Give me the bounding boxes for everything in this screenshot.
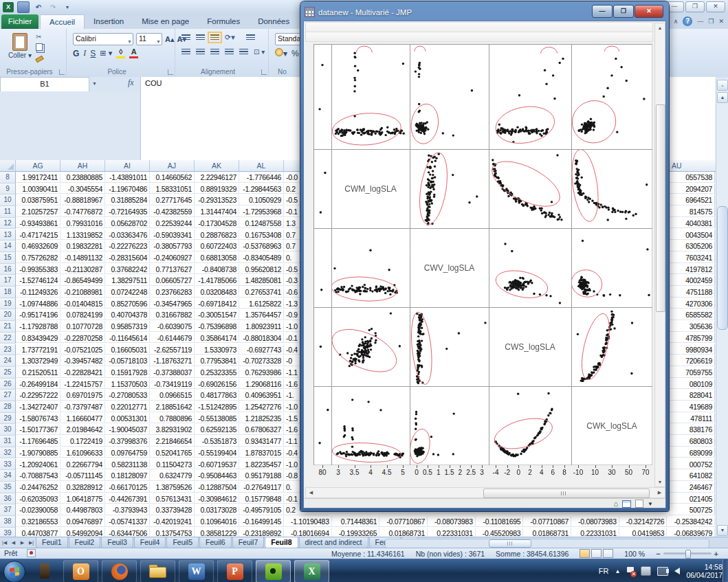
cell[interactable]: -1.41785066: [195, 275, 239, 286]
taskbar-button-excel[interactable]: X: [294, 560, 329, 582]
cell[interactable]: -0.6039075: [150, 321, 195, 332]
cell[interactable]: 0.1722419: [60, 436, 105, 447]
cell[interactable]: 0.12487558: [239, 218, 284, 229]
cell-partial[interactable]: 828041: [669, 390, 715, 401]
cell[interactable]: -0.73797487: [60, 401, 105, 412]
cell[interactable]: -0.49579105: [239, 504, 284, 515]
cell[interactable]: 1.16660477: [60, 413, 105, 424]
sheet-tab-direct-and-indirect[interactable]: direct and indirect: [299, 537, 368, 548]
cell[interactable]: -2.62557119: [150, 344, 195, 355]
hidden-icons-icon[interactable]: ▲: [615, 568, 621, 574]
row-header-38[interactable]: 38: [0, 516, 16, 528]
cell[interactable]: -0.27080533: [105, 390, 150, 401]
cell[interactable]: 0.05628702: [105, 218, 150, 229]
cell[interactable]: 0.11504273: [150, 459, 195, 470]
cell[interactable]: 0.60722403: [195, 240, 239, 251]
column-header-AU[interactable]: AU: [669, 160, 718, 172]
cell[interactable]: -1.22415757: [60, 379, 105, 390]
cell[interactable]: 0.83439429: [16, 333, 60, 344]
cell[interactable]: -0.95174196: [16, 309, 60, 320]
cell[interactable]: 1.6125822: [239, 298, 284, 309]
cell[interactable]: -0.32142726: [619, 516, 668, 527]
cell[interactable]: -1.09744886: [16, 298, 60, 309]
cell[interactable]: 0.58231138: [105, 459, 150, 470]
cell[interactable]: -0.17304528: [195, 218, 239, 229]
row-header-19[interactable]: 19: [0, 298, 16, 310]
pinned-app-icon[interactable]: [40, 563, 49, 579]
cell[interactable]: -0.25384242: [667, 516, 715, 527]
cell[interactable]: 2.22946127: [195, 172, 239, 183]
cell-partial[interactable]: 7206619: [669, 355, 715, 366]
excel-vertical-scrollbar[interactable]: ⌄ ▲ ▼: [716, 78, 728, 537]
cell[interactable]: 2.18851642: [150, 401, 195, 412]
cell-partial[interactable]: 080109: [669, 379, 715, 390]
workbook-close-icon[interactable]: ✕: [718, 18, 724, 25]
jmp-scroll-left-icon[interactable]: ◀: [306, 489, 316, 497]
wrap-text-icon[interactable]: [246, 34, 255, 41]
row-header-16[interactable]: 16: [0, 264, 16, 276]
cell[interactable]: 3.82931902: [150, 424, 195, 435]
cell[interactable]: 2.10257257: [16, 206, 60, 217]
grow-font-icon[interactable]: A▴: [165, 35, 174, 44]
cell[interactable]: -0.66170125: [105, 482, 150, 493]
cell[interactable]: -0.83405489: [239, 252, 284, 263]
row-header-23[interactable]: 23: [0, 344, 16, 356]
cell[interactable]: 2.21846654: [150, 436, 195, 447]
cell-partial[interactable]: 7059755: [669, 367, 715, 378]
row-header-22[interactable]: 22: [0, 333, 16, 344]
excel-restore-button[interactable]: ❐: [685, 1, 705, 12]
cell[interactable]: 0.32186553: [16, 516, 60, 527]
cell[interactable]: 0.31885284: [105, 194, 150, 205]
align-top-icon[interactable]: [181, 34, 190, 41]
column-header-AI[interactable]: AI: [105, 160, 150, 172]
row-header-18[interactable]: 18: [0, 287, 16, 298]
align-right-icon[interactable]: [210, 49, 219, 55]
sheet-tab-Feuil8[interactable]: Feuil8: [265, 537, 298, 548]
cell[interactable]: 0.18128097: [105, 470, 150, 481]
sheet-tab-Feuil4[interactable]: Feuil4: [134, 537, 166, 548]
font-size-select[interactable]: 11▼: [136, 33, 162, 45]
ribbon-tab-données[interactable]: Données: [249, 14, 298, 29]
align-bottom-icon[interactable]: [210, 34, 219, 41]
cell[interactable]: -0.05711145: [60, 470, 105, 481]
jmp-home-icon[interactable]: ⌂: [613, 500, 618, 508]
cell[interactable]: -0.42382559: [150, 206, 195, 217]
cell[interactable]: -0.53768963: [239, 240, 284, 251]
last-sheet-icon[interactable]: ▶|: [27, 537, 36, 548]
cell-partial[interactable]: 6305206: [669, 240, 715, 251]
cell[interactable]: 1.25427276: [239, 401, 284, 412]
fx-icon[interactable]: fx: [128, 78, 134, 88]
cell-partial[interactable]: 689099: [669, 447, 715, 458]
cell[interactable]: 0.03875951: [16, 194, 60, 205]
cell-partial[interactable]: 500725: [669, 504, 715, 515]
cell[interactable]: -0.22828421: [60, 367, 105, 378]
cell[interactable]: 1.15370503: [105, 379, 150, 390]
column-header-AJ[interactable]: AJ: [150, 160, 195, 172]
excel-horizontal-scrollbar[interactable]: [385, 539, 709, 548]
taskbar-button-jmp[interactable]: [256, 560, 291, 582]
row-header-30[interactable]: 30: [0, 424, 16, 436]
paste-button[interactable]: Coller ▾: [5, 32, 34, 66]
cell[interactable]: 0.23880885: [60, 172, 105, 183]
cell[interactable]: -0.6144679: [150, 333, 195, 344]
font-color-icon[interactable]: A: [129, 48, 138, 58]
cell[interactable]: -0.74776872: [60, 206, 105, 217]
cell[interactable]: 1.80923911: [239, 321, 284, 332]
cell[interactable]: 0.15917928: [105, 367, 150, 378]
cell-partial[interactable]: 838176: [669, 424, 715, 435]
cell-partial[interactable]: 6964521: [669, 194, 715, 205]
row-header-13[interactable]: 13: [0, 230, 16, 241]
cell[interactable]: 1.30372949: [16, 355, 60, 366]
cell[interactable]: -0.24060927: [150, 252, 195, 263]
cell[interactable]: 0.85270596: [105, 298, 150, 309]
cell[interactable]: -1.18763271: [150, 355, 195, 366]
cell[interactable]: 1.31447404: [195, 206, 239, 217]
installer-icon[interactable]: [641, 566, 651, 576]
italic-button[interactable]: I: [83, 48, 86, 58]
cell[interactable]: 1.73772191: [16, 344, 60, 355]
cell[interactable]: 0.09764759: [105, 447, 150, 458]
volume-icon[interactable]: [674, 568, 680, 574]
cell-partial[interactable]: 4197812: [669, 264, 715, 275]
cell[interactable]: -0.3045554: [60, 183, 105, 194]
cell[interactable]: 0.69701975: [60, 390, 105, 401]
